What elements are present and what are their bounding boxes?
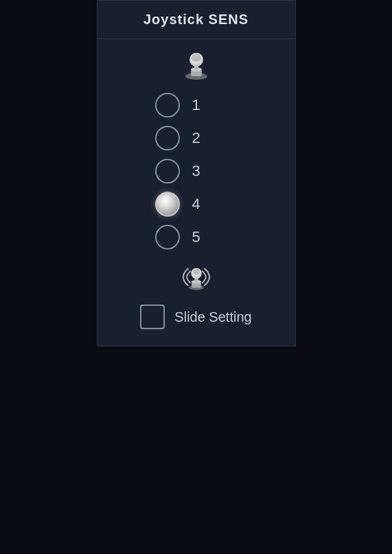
radio-row-5: 5 [155, 222, 238, 252]
joystick-active-icon [178, 262, 214, 292]
radio-option-3[interactable] [155, 159, 180, 184]
radio-label-3: 3 [192, 162, 200, 180]
slide-setting-label: Slide Setting [174, 309, 251, 325]
radio-row-2: 2 [155, 123, 238, 153]
panel-header: Joystick SENS [97, 1, 295, 39]
radio-label-4: 4 [192, 195, 200, 213]
radio-label-1: 1 [192, 96, 200, 114]
radio-row-3: 3 [155, 156, 238, 186]
radio-row-4: 4 [155, 189, 238, 219]
joystick-sens-panel: Joystick SENS 1 2 [97, 0, 296, 346]
svg-rect-6 [194, 65, 198, 71]
joystick-quiet-icon [178, 50, 214, 80]
panel-body: 1 2 3 4 5 [97, 39, 295, 346]
radio-label-2: 2 [192, 129, 200, 147]
svg-rect-13 [194, 278, 198, 283]
radio-option-2[interactable] [155, 126, 180, 151]
svg-point-12 [192, 268, 199, 275]
panel-title: Joystick SENS [143, 12, 249, 27]
radio-row-1: 1 [155, 90, 238, 120]
slide-setting-row: Slide Setting [111, 304, 281, 329]
radio-option-1[interactable] [155, 93, 180, 118]
svg-point-5 [192, 54, 201, 62]
radio-option-4[interactable] [155, 192, 180, 217]
slide-setting-checkbox[interactable] [140, 304, 165, 329]
radio-option-5[interactable] [155, 225, 180, 250]
radio-label-5: 5 [192, 228, 200, 246]
